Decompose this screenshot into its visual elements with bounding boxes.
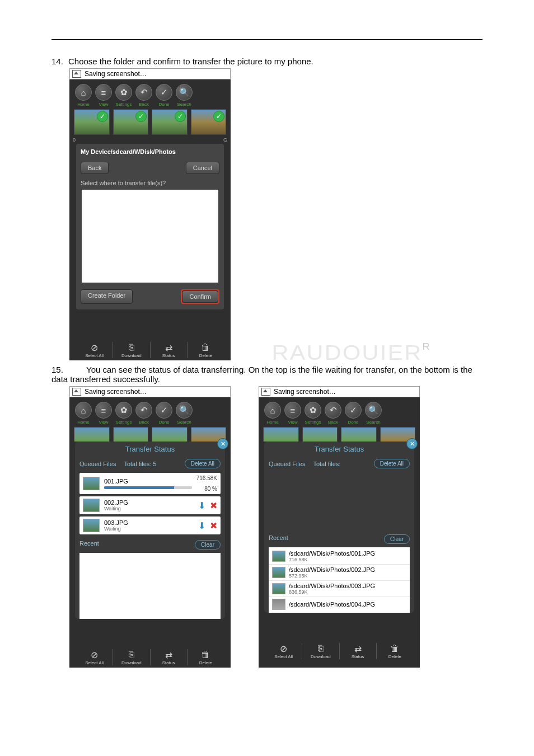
step-14-num: 14. [51,57,68,66]
back-icon[interactable]: ↶ [135,84,152,101]
thumb[interactable]: ✓ [74,109,110,135]
status-icon[interactable]: ⇄ [340,643,376,654]
destination-prompt: Select where to transfer file(s)? [76,177,224,190]
settings-icon[interactable]: ✿ [115,402,132,419]
file-thumb [83,519,100,532]
bottom-toolbar: ⊘Select All ⎘Download ⇄Status 🗑Delete [69,646,231,668]
download-label: Download [113,660,149,665]
delete-all-button[interactable]: Delete All [374,459,410,468]
select-all-icon[interactable]: ⊘ [265,643,302,654]
search-icon[interactable]: 🔍 [365,402,382,419]
window-title: Saving screenshot… [85,388,147,396]
view-label: View [284,420,301,425]
cancel-button[interactable]: Cancel [186,162,219,174]
done-icon[interactable]: ✓ [156,84,172,101]
recent-row: /sdcard/WDisk/Photos/004.JPG [269,597,410,612]
image-icon [72,70,81,78]
destination-modal: My Device/sdcard/WDisk/Photos Back Cance… [76,144,224,309]
delete-icon[interactable]: 🗑 [377,643,413,654]
window-titlebar: Saving screenshot… [259,386,420,397]
thumb-strip: ✓ ✓ ✓ ✓ [69,108,231,137]
cancel-icon[interactable]: ✖ [210,500,217,511]
done-label: Done [345,420,362,425]
status-icon[interactable]: ⇄ [151,342,187,353]
close-icon[interactable]: ✕ [406,438,418,449]
back-button[interactable]: Back [81,162,109,174]
cancel-icon[interactable]: ✖ [210,520,217,531]
file-name: 003.JPG [104,519,198,526]
done-icon[interactable]: ✓ [156,402,172,419]
delete-icon[interactable]: 🗑 [188,649,224,660]
status-label: Status [151,353,187,358]
recent-size: 836.59K [289,589,406,595]
total-files: Total files: 5 [124,461,156,467]
home-icon[interactable]: ⌂ [264,402,281,419]
back-label: Back [325,420,341,425]
thumb[interactable]: ✓ [152,109,188,135]
confirm-button[interactable]: Confirm [182,290,218,303]
clear-button[interactable]: Clear [384,534,410,544]
view-icon[interactable]: ≡ [95,84,112,101]
back-label: Back [135,420,152,425]
file-percent: 80 % [204,486,217,492]
select-all-label: Select All [76,660,113,665]
select-all-icon[interactable]: ⊘ [76,342,113,353]
thumb[interactable]: ✓ [191,109,227,135]
bottom-toolbar: ⊘Select All ⎘Download ⇄Status 🗑Delete [259,640,420,661]
done-label: Done [156,420,172,425]
done-icon[interactable]: ✓ [345,402,362,419]
check-icon: ✓ [175,111,186,122]
back-icon[interactable]: ↶ [325,402,341,419]
file-thumb [272,599,285,610]
file-name: 002.JPG [104,499,198,506]
screenshot-1: Saving screenshot… ⌂Home ≡View ✿Settings… [69,68,231,360]
thumb[interactable]: ✓ [113,109,149,135]
queue-row: 003.JPG Waiting ⬇✖ [79,516,221,534]
home-icon[interactable]: ⌂ [75,402,92,419]
download-icon[interactable]: ⎘ [113,649,149,660]
left-marker: 0 [73,137,76,143]
top-toolbar: ⌂Home ≡View ✿Settings ↶Back ✓Done 🔍Searc… [69,397,231,426]
status-icon[interactable]: ⇄ [151,649,187,660]
transfer-status-panel: ✕ Transfer Status Queued Files Total fil… [75,442,225,619]
step-15-text: You can see the status of data transferr… [51,365,472,384]
download-icon[interactable]: ⬇ [198,520,205,531]
view-label: View [95,420,112,425]
settings-icon[interactable]: ✿ [115,84,132,101]
done-label: Done [156,102,172,107]
queued-label: Queued Files [269,461,305,467]
settings-icon[interactable]: ✿ [305,402,321,419]
recent-row: /sdcard/WDisk/Photos/003.JPG836.59K [269,581,410,597]
step-14-text: Choose the folder and confirm to transfe… [68,57,313,66]
file-size: 716.58K [196,475,217,481]
recent-size: 716.58K [289,557,406,562]
view-icon[interactable]: ≡ [284,402,301,419]
download-icon[interactable]: ⎘ [302,643,339,654]
delete-icon[interactable]: 🗑 [188,342,224,353]
search-label: Search [176,102,193,107]
folder-list[interactable] [82,190,218,283]
view-icon[interactable]: ≡ [95,402,112,419]
step-15: 15.You can see the status of data transf… [51,365,483,384]
search-icon[interactable]: 🔍 [176,84,193,101]
file-name: 001.JPG [104,478,192,485]
create-folder-button[interactable]: Create Folder [81,289,133,304]
thumb-strip [259,426,420,442]
clear-button[interactable]: Clear [195,540,221,550]
image-icon [72,388,81,396]
recent-row: /sdcard/WDisk/Photos/002.JPG572.95K [269,565,410,581]
back-icon[interactable]: ↶ [135,402,152,419]
settings-label: Settings [115,102,132,107]
close-icon[interactable]: ✕ [217,438,228,449]
status-label: Status [340,654,376,659]
download-icon[interactable]: ⬇ [198,500,205,511]
top-toolbar: ⌂Home ≡View ✿Settings ↶Back ✓Done 🔍Searc… [259,397,420,426]
search-icon[interactable]: 🔍 [176,402,193,419]
delete-all-button[interactable]: Delete All [185,459,221,468]
file-thumb [83,499,100,512]
file-thumb [272,551,285,562]
download-icon[interactable]: ⎘ [113,342,149,353]
settings-label: Settings [305,420,321,425]
home-icon[interactable]: ⌂ [75,84,92,101]
select-all-icon[interactable]: ⊘ [76,649,113,660]
